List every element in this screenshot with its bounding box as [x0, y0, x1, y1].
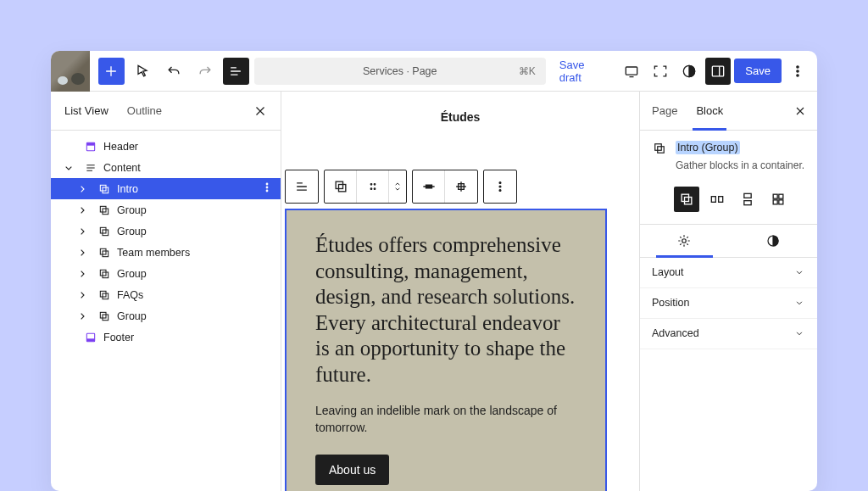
svg-point-35	[499, 182, 501, 184]
tree-row-group[interactable]: Group	[51, 220, 281, 242]
group-icon	[97, 287, 112, 303]
save-button[interactable]: Save	[734, 59, 782, 83]
variation-row[interactable]	[704, 187, 730, 212]
svg-point-37	[499, 190, 501, 192]
svg-rect-18	[103, 251, 108, 257]
expand-toggle-icon[interactable]	[73, 182, 92, 196]
expand-toggle-icon[interactable]	[73, 246, 92, 259]
about-us-button[interactable]: About us	[315, 455, 389, 485]
tree-row-options[interactable]	[260, 181, 274, 197]
tab-settings[interactable]	[640, 225, 729, 257]
intro-heading[interactable]: Études offers comprehensive consulting, …	[315, 232, 576, 388]
variation-group[interactable]	[674, 187, 699, 212]
move-up-down-button[interactable]	[389, 170, 406, 203]
svg-rect-39	[658, 147, 665, 153]
svg-rect-46	[773, 194, 777, 198]
document-overview-button[interactable]	[223, 58, 249, 85]
svg-rect-21	[100, 291, 106, 297]
svg-rect-41	[685, 197, 692, 204]
tree-row-content[interactable]: Content	[51, 157, 281, 178]
svg-rect-24	[103, 315, 108, 321]
expand-toggle-icon[interactable]	[73, 310, 92, 323]
svg-point-36	[499, 186, 501, 187]
svg-rect-8	[100, 185, 106, 191]
intro-subheading[interactable]: Leaving an indelible mark on the landsca…	[315, 403, 576, 436]
drag-handle[interactable]	[357, 170, 389, 203]
tab-outline[interactable]: Outline	[127, 104, 162, 117]
variation-grid[interactable]	[765, 187, 791, 212]
tree-label: Content	[103, 162, 141, 174]
close-sidebar-button[interactable]	[788, 99, 812, 123]
svg-rect-23	[100, 312, 106, 318]
expand-toggle-icon[interactable]	[73, 288, 92, 302]
expand-toggle-icon[interactable]	[73, 225, 92, 238]
tab-block[interactable]: Block	[696, 104, 723, 117]
group-icon	[97, 181, 112, 197]
group-icon	[97, 224, 112, 239]
tree-row-group[interactable]: Group	[51, 305, 281, 326]
redo-button[interactable]	[192, 58, 218, 85]
tree-row-header[interactable]: Header	[51, 136, 281, 157]
tab-list-view[interactable]: List View	[64, 104, 108, 117]
svg-rect-7	[86, 142, 94, 145]
top-toolbar: Services · Page ⌘K Save draft Save	[51, 51, 817, 92]
view-desktop-button[interactable]	[619, 58, 644, 85]
site-icon[interactable]	[51, 51, 90, 92]
parent-block-button[interactable]	[286, 170, 318, 203]
block-desc-text: Gather blocks in a container.	[676, 159, 804, 173]
zoom-out-button[interactable]	[648, 58, 673, 85]
settings-styles-tabs	[640, 224, 817, 258]
tree-row-intro[interactable]: Intro	[51, 178, 281, 199]
svg-point-31	[370, 188, 372, 190]
block-more-options[interactable]	[484, 170, 516, 203]
svg-rect-2	[712, 66, 723, 76]
section-layout[interactable]: Layout	[640, 258, 817, 288]
block-type-button[interactable]	[325, 170, 357, 203]
undo-button[interactable]	[161, 58, 187, 85]
tree-row-group[interactable]: Group	[51, 263, 281, 284]
variation-stack[interactable]	[735, 187, 760, 212]
list-view-tabs: List View Outline	[51, 92, 281, 131]
document-title-bar[interactable]: Services · Page ⌘K	[254, 58, 546, 85]
svg-rect-0	[626, 67, 637, 75]
close-list-view-button[interactable]	[248, 99, 272, 123]
svg-rect-16	[103, 230, 108, 236]
tab-styles[interactable]	[729, 225, 818, 257]
block-inserter-button[interactable]	[98, 58, 125, 85]
section-advanced[interactable]: Advanced	[640, 319, 817, 349]
tree-row-group[interactable]: Group	[51, 199, 281, 220]
svg-rect-14	[103, 209, 108, 215]
save-draft-link[interactable]: Save draft	[551, 59, 615, 84]
group-icon	[97, 203, 112, 218]
svg-point-4	[797, 70, 798, 71]
section-position[interactable]: Position	[640, 288, 817, 319]
tree-row-team-members[interactable]: Team members	[51, 242, 281, 263]
expand-toggle-icon[interactable]	[59, 161, 78, 175]
intro-group-block[interactable]: Études offers comprehensive consulting, …	[285, 209, 607, 491]
list-view-panel: List View Outline HeaderContentIntroGrou…	[51, 92, 281, 491]
section-layout-label: Layout	[652, 266, 684, 278]
tree-row-faqs[interactable]: FAQs	[51, 284, 281, 305]
more-options-button[interactable]	[785, 58, 810, 85]
chevron-down-icon	[793, 266, 805, 278]
group-icon	[97, 266, 112, 282]
align-button[interactable]	[413, 170, 445, 203]
svg-point-32	[374, 188, 376, 190]
svg-point-29	[370, 183, 372, 185]
svg-rect-15	[100, 227, 106, 233]
expand-toggle-icon[interactable]	[73, 204, 92, 217]
tree-label: Group	[117, 268, 147, 280]
group-variations	[640, 185, 817, 224]
justify-button[interactable]	[445, 170, 477, 203]
svg-rect-42	[711, 196, 715, 202]
styles-contrast-button[interactable]	[676, 58, 702, 85]
tree-label: Group	[117, 310, 147, 322]
tab-page[interactable]: Page	[652, 104, 677, 117]
svg-rect-44	[744, 193, 751, 198]
tree-row-footer[interactable]: Footer	[51, 326, 281, 348]
editor-canvas[interactable]: Études	[281, 92, 639, 491]
expand-toggle-icon[interactable]	[73, 267, 92, 281]
select-tool-button[interactable]	[130, 58, 156, 85]
settings-sidebar-toggle[interactable]	[705, 58, 731, 85]
site-brand-name[interactable]: Études	[441, 110, 481, 124]
